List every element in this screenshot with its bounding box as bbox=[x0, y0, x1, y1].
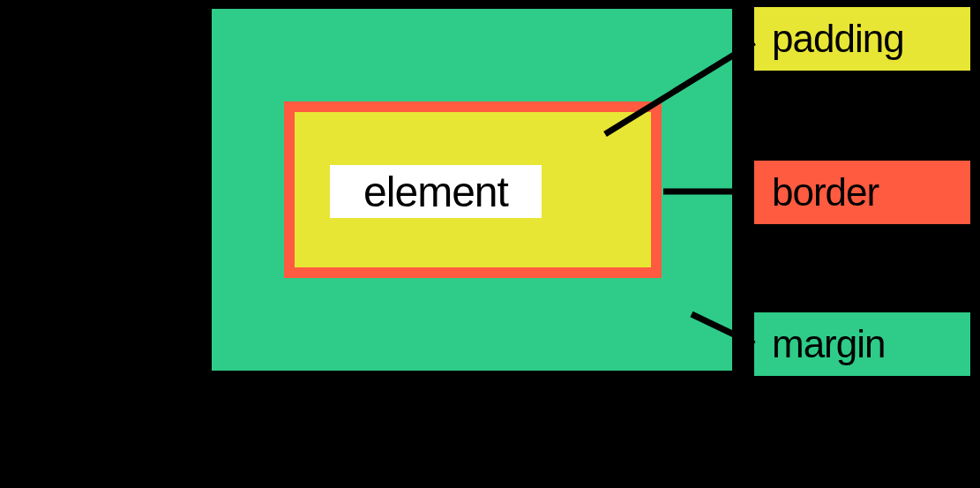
legend-padding: padding bbox=[754, 7, 970, 71]
legend-margin: margin bbox=[754, 312, 970, 376]
legend-margin-label: margin bbox=[772, 322, 886, 366]
element-label: element bbox=[363, 168, 508, 216]
legend-padding-label: padding bbox=[772, 17, 904, 61]
element-content: element bbox=[330, 165, 542, 218]
legend-border-label: border bbox=[772, 170, 879, 214]
legend-border: border bbox=[754, 161, 970, 224]
